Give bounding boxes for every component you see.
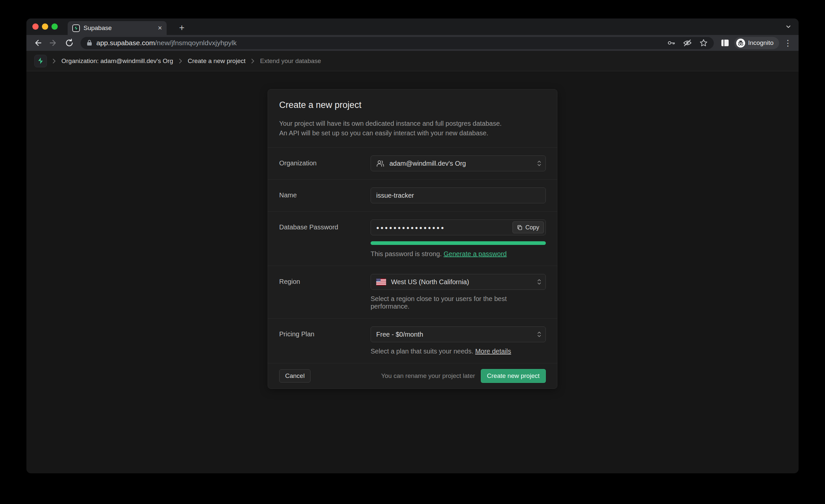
create-new-project-button[interactable]: Create new project	[481, 369, 546, 383]
zoom-window-button[interactable]	[52, 23, 58, 30]
browser-toolbar: app.supabase.com/new/jfnsmqoynldvxjyhpyl…	[26, 35, 799, 51]
back-icon[interactable]	[31, 36, 44, 50]
tab-search-chevron-icon[interactable]	[785, 23, 792, 30]
window-controls	[32, 23, 58, 30]
organization-value: adam@windmill.dev's Org	[389, 160, 466, 167]
lock-icon	[86, 40, 92, 46]
breadcrumb: Organization: adam@windmill.dev's Org Cr…	[26, 51, 799, 71]
browser-menu-icon[interactable]: ⋮	[782, 38, 794, 48]
users-icon	[376, 159, 384, 167]
eye-off-icon[interactable]	[683, 39, 692, 47]
tab-strip: Supabase × +	[26, 18, 799, 35]
region-select[interactable]: West US (North California)	[371, 274, 546, 290]
organization-select[interactable]: adam@windmill.dev's Org	[371, 155, 546, 171]
more-details-link[interactable]: More details	[475, 348, 511, 355]
address-bar[interactable]: app.supabase.com/new/jfnsmqoynldvxjyhpyl…	[80, 37, 714, 49]
pricing-plan-select[interactable]: Free - $0/month	[371, 327, 546, 342]
select-chevrons-icon	[537, 278, 541, 286]
pricing-plan-row: Pricing Plan Free - $0/month Select a pl…	[268, 318, 557, 363]
copy-icon	[517, 225, 522, 230]
chevron-right-icon	[250, 58, 255, 64]
incognito-icon	[736, 39, 745, 48]
bookmark-star-icon[interactable]	[699, 39, 708, 47]
password-label: Database Password	[279, 219, 371, 258]
name-row: Name	[268, 179, 557, 211]
supabase-logo-icon[interactable]	[34, 55, 47, 67]
new-tab-button[interactable]: +	[175, 21, 188, 34]
forward-icon[interactable]	[47, 36, 60, 50]
copy-password-button[interactable]: Copy	[513, 221, 544, 233]
url-text: app.supabase.com/new/jfnsmqoynldvxjyhpyl…	[96, 39, 237, 47]
breadcrumb-item-extend-database[interactable]: Extend your database	[260, 57, 321, 65]
chevron-right-icon	[178, 58, 183, 64]
password-row: Database Password ●●●●●●●●●●●●●●●● Copy	[268, 211, 557, 266]
supabase-favicon-icon	[72, 24, 80, 32]
region-value: West US (North California)	[391, 278, 469, 286]
organization-row: Organization adam@windmill.dev's Org	[268, 147, 557, 179]
region-helper: Select a region close to your users for …	[371, 295, 546, 310]
region-label: Region	[279, 274, 371, 310]
close-window-button[interactable]	[32, 23, 39, 30]
name-label: Name	[279, 188, 371, 203]
panel-description: Your project will have its own dedicated…	[279, 119, 546, 138]
tab-title: Supabase	[83, 24, 153, 32]
browser-tab-supabase[interactable]: Supabase ×	[68, 21, 167, 35]
password-helper: This password is strong. Generate a pass…	[371, 250, 546, 258]
copy-button-label: Copy	[525, 224, 539, 231]
region-row: Region West US (North California) Select…	[268, 266, 557, 318]
pricing-plan-label: Pricing Plan	[279, 327, 371, 355]
reload-icon[interactable]	[63, 36, 76, 50]
organization-label: Organization	[279, 155, 371, 171]
tab-close-icon[interactable]: ×	[157, 24, 163, 32]
panel-header: Create a new project Your project will h…	[268, 89, 557, 147]
panel-footer: Cancel You can rename your project later…	[268, 363, 557, 388]
incognito-badge: Incognito	[734, 37, 779, 49]
password-strength-bar	[371, 241, 546, 245]
minimize-window-button[interactable]	[42, 23, 48, 30]
address-bar-actions	[667, 39, 708, 47]
chevron-right-icon	[52, 58, 57, 64]
browser-window: Supabase × + app.supabase.c	[26, 18, 799, 473]
description-line-1: Your project will have its own dedicated…	[279, 119, 546, 128]
breadcrumb-item-organization[interactable]: Organization: adam@windmill.dev's Org	[61, 57, 173, 65]
generate-password-link[interactable]: Generate a password	[444, 250, 507, 258]
password-strength-text: This password is strong.	[371, 250, 442, 258]
screen: Supabase × + app.supabase.c	[0, 0, 825, 504]
select-chevrons-icon	[537, 159, 541, 167]
plan-helper: Select a plan that suits your needs. Mor…	[371, 348, 546, 355]
url-host: app.supabase.com	[96, 39, 155, 47]
breadcrumb-item-create-project[interactable]: Create a new project	[188, 57, 245, 65]
password-key-icon[interactable]	[667, 39, 676, 47]
page-title: Create a new project	[279, 100, 546, 110]
description-line-2: An API will be set up so you can easily …	[279, 128, 546, 138]
create-project-panel: Create a new project Your project will h…	[268, 89, 557, 389]
project-name-input[interactable]	[371, 188, 546, 203]
incognito-label: Incognito	[748, 39, 773, 47]
side-panel-icon[interactable]	[719, 36, 732, 50]
main-content: Create a new project Your project will h…	[26, 71, 799, 473]
plan-helper-text: Select a plan that suits your needs.	[371, 348, 473, 355]
cancel-button[interactable]: Cancel	[279, 369, 310, 382]
plan-value: Free - $0/month	[376, 331, 423, 338]
select-chevrons-icon	[537, 331, 541, 338]
us-flag-icon	[376, 279, 386, 286]
url-path: /new/jfnsmqoynldvxjyhpylk	[155, 39, 236, 47]
rename-note: You can rename your project later	[381, 372, 475, 379]
